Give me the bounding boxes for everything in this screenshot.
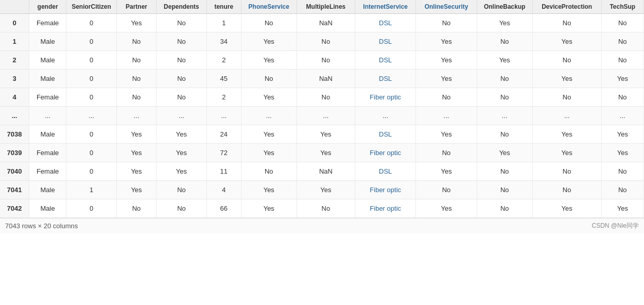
cell-index: 7040 — [0, 162, 29, 181]
data-table-container: genderSeniorCitizenPartnerDependentstenu… — [0, 0, 644, 218]
cell-DeviceProtection: Yes — [532, 144, 601, 162]
cell-OnlineBackup: Yes — [477, 14, 532, 32]
cell-OnlineBackup: Yes — [477, 51, 532, 70]
table-row: ....................................... — [0, 107, 644, 125]
cell-OnlineSecurity: Yes — [416, 162, 477, 181]
cell-OnlineSecurity: No — [416, 88, 477, 107]
cell-Partner: No — [116, 199, 156, 218]
cell-DeviceProtection: Yes — [532, 32, 601, 51]
cell-OnlineBackup: No — [477, 32, 532, 51]
cell-SeniorCitizen: 1 — [66, 181, 117, 199]
table-row: 7040Female0YesYes11NoNaNDSLYesNoNoNo — [0, 162, 644, 181]
cell-InternetService: DSL — [355, 32, 416, 51]
cell-Partner: No — [116, 51, 156, 70]
cell-MultipleLines: ... — [297, 107, 355, 125]
cell-Dependents: Yes — [156, 125, 207, 144]
cell-MultipleLines: No — [297, 32, 355, 51]
cell-TechSup: No — [601, 88, 643, 107]
cell-Partner: Yes — [116, 144, 156, 162]
cell-PhoneService: Yes — [241, 51, 297, 70]
cell-Dependents: No — [156, 181, 207, 199]
cell-DeviceProtection: ... — [532, 107, 601, 125]
cell-gender: Male — [29, 181, 66, 199]
cell-DeviceProtection: Yes — [532, 70, 601, 88]
cell-Dependents: Yes — [156, 162, 207, 181]
cell-InternetService: DSL — [355, 51, 416, 70]
cell-OnlineBackup: Yes — [477, 144, 532, 162]
cell-Dependents: No — [156, 51, 207, 70]
cell-index: 7042 — [0, 199, 29, 218]
cell-OnlineSecurity: Yes — [416, 125, 477, 144]
cell-TechSup: ... — [601, 107, 643, 125]
table-row: 7041Male1YesNo4YesYesFiber opticNoNoNoNo — [0, 181, 644, 199]
cell-OnlineBackup: No — [477, 70, 532, 88]
cell-OnlineBackup: ... — [477, 107, 532, 125]
cell-TechSup: No — [601, 32, 643, 51]
cell-MultipleLines: Yes — [297, 181, 355, 199]
cell-DeviceProtection: No — [532, 51, 601, 70]
cell-Dependents: Yes — [156, 144, 207, 162]
cell-index: 3 — [0, 70, 29, 88]
cell-SeniorCitizen: 0 — [66, 88, 117, 107]
cell-Dependents: No — [156, 14, 207, 32]
cell-Partner: Yes — [116, 125, 156, 144]
cell-Partner: Yes — [116, 162, 156, 181]
cell-index: 7039 — [0, 144, 29, 162]
col-header-Partner: Partner — [116, 0, 156, 14]
cell-SeniorCitizen: 0 — [66, 125, 117, 144]
cell-gender: Female — [29, 144, 66, 162]
cell-OnlineSecurity: No — [416, 14, 477, 32]
cell-tenure: 34 — [206, 32, 241, 51]
cell-Dependents: ... — [156, 107, 207, 125]
row-count-label: 7043 rows × 20 columns — [5, 222, 78, 230]
cell-OnlineSecurity: ... — [416, 107, 477, 125]
cell-OnlineSecurity: Yes — [416, 70, 477, 88]
cell-Partner: Yes — [116, 14, 156, 32]
cell-tenure: 4 — [206, 181, 241, 199]
cell-Dependents: No — [156, 70, 207, 88]
cell-InternetService: Fiber optic — [355, 181, 416, 199]
cell-tenure: 66 — [206, 199, 241, 218]
cell-SeniorCitizen: 0 — [66, 14, 117, 32]
cell-TechSup: No — [601, 162, 643, 181]
cell-gender: Male — [29, 32, 66, 51]
col-header-PhoneService: PhoneService — [241, 0, 297, 14]
cell-MultipleLines: Yes — [297, 125, 355, 144]
cell-SeniorCitizen: ... — [66, 107, 117, 125]
cell-OnlineSecurity: Yes — [416, 199, 477, 218]
cell-index: 7041 — [0, 181, 29, 199]
col-header-TechSup: TechSup — [601, 0, 643, 14]
cell-OnlineSecurity: No — [416, 144, 477, 162]
table-row: 7038Male0YesYes24YesYesDSLYesNoYesYes — [0, 125, 644, 144]
cell-index: 0 — [0, 14, 29, 32]
cell-DeviceProtection: No — [532, 181, 601, 199]
table-row: 3Male0NoNo45NoNaNDSLYesNoYesYes — [0, 70, 644, 88]
col-header-index — [0, 0, 29, 14]
cell-MultipleLines: NaN — [297, 14, 355, 32]
table-row: 2Male0NoNo2YesNoDSLYesYesNoNo — [0, 51, 644, 70]
cell-Dependents: No — [156, 199, 207, 218]
cell-DeviceProtection: Yes — [532, 125, 601, 144]
cell-InternetService: Fiber optic — [355, 199, 416, 218]
credit-label: CSDN @Nie同学 — [591, 222, 639, 230]
cell-DeviceProtection: No — [532, 162, 601, 181]
cell-InternetService: ... — [355, 107, 416, 125]
data-table: genderSeniorCitizenPartnerDependentstenu… — [0, 0, 644, 218]
cell-SeniorCitizen: 0 — [66, 199, 117, 218]
cell-InternetService: Fiber optic — [355, 88, 416, 107]
cell-PhoneService: Yes — [241, 32, 297, 51]
cell-PhoneService: ... — [241, 107, 297, 125]
cell-PhoneService: Yes — [241, 199, 297, 218]
cell-gender: Male — [29, 125, 66, 144]
cell-Dependents: No — [156, 32, 207, 51]
cell-SeniorCitizen: 0 — [66, 144, 117, 162]
cell-index: 2 — [0, 51, 29, 70]
cell-gender: Female — [29, 88, 66, 107]
cell-gender: Male — [29, 199, 66, 218]
cell-SeniorCitizen: 0 — [66, 70, 117, 88]
table-row: 1Male0NoNo34YesNoDSLYesNoYesNo — [0, 32, 644, 51]
cell-OnlineBackup: No — [477, 199, 532, 218]
cell-PhoneService: Yes — [241, 125, 297, 144]
col-header-tenure: tenure — [206, 0, 241, 14]
table-header-row: genderSeniorCitizenPartnerDependentstenu… — [0, 0, 644, 14]
